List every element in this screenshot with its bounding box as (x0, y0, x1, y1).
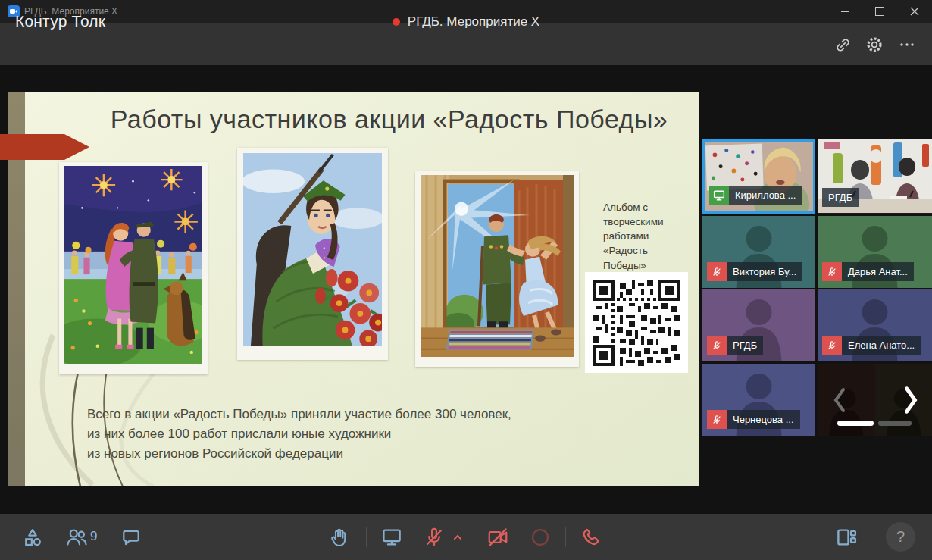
prev-page-button[interactable] (828, 383, 851, 417)
mic-muted-icon (707, 336, 727, 355)
layout-button[interactable] (833, 524, 859, 550)
participant-tile-rgdb-avatar[interactable]: РГДБ (702, 289, 815, 361)
toolbar-separator (565, 527, 566, 547)
mic-off-icon (423, 526, 446, 549)
gear-icon (865, 36, 884, 54)
shapes-icon (22, 527, 43, 548)
ellipsis-icon (898, 36, 916, 54)
chevron-up-icon (452, 532, 463, 543)
meeting-title: РГДБ. Мероприятие X (408, 14, 539, 30)
copy-link-button[interactable] (832, 34, 853, 55)
participant-tile-kirillova[interactable]: Кириллова ... (702, 139, 815, 214)
chat-icon (120, 527, 142, 548)
help-label: ? (896, 528, 905, 546)
shared-screen-slide: Работы участников акции «Радость Победы» (8, 92, 699, 486)
camera-off-icon (486, 526, 509, 549)
slide-title: Работы участников акции «Радость Победы» (83, 105, 695, 134)
participant-tile-elena[interactable]: Елена Анато... (818, 289, 932, 361)
participant-name: Дарья Анат... (842, 262, 914, 281)
screen-share-badge-icon (709, 186, 729, 205)
participant-name: РГДБ (727, 336, 763, 355)
participant-tile-rgdb-video[interactable]: РГДБ (818, 139, 932, 214)
settings-button[interactable] (864, 34, 885, 55)
raise-hand-button[interactable] (327, 524, 352, 550)
participant-tile-chernetsova[interactable]: Чернецова ... (702, 364, 815, 436)
participant-name: Виктория Бу... (727, 262, 802, 281)
page-indicator-current (837, 421, 874, 426)
phone-hangup-icon (580, 526, 603, 549)
chevron-right-icon (902, 385, 920, 415)
raise-hand-icon (328, 526, 351, 549)
participant-tile-viktoria[interactable]: Виктория Бу... (702, 216, 815, 288)
participant-name: Кириллова ... (729, 186, 802, 205)
qr-code (585, 272, 688, 373)
participant-name: Елена Анато... (842, 336, 921, 355)
page-indicator-next (878, 421, 912, 426)
screen-share-icon (380, 526, 403, 549)
footer-line-1: Всего в акции «Радость Победы» приняли у… (87, 405, 511, 424)
painting-couple-dancing (59, 162, 208, 374)
camera-off-button[interactable] (485, 524, 511, 550)
mic-muted-icon (822, 336, 842, 355)
footer-line-2: из них более 100 работ прислали юные худ… (87, 424, 511, 444)
recording-dot-icon (393, 18, 400, 26)
minimize-icon (841, 11, 849, 12)
next-page-button[interactable] (899, 383, 922, 417)
mic-muted-icon (707, 410, 727, 429)
people-icon (65, 526, 88, 549)
help-button[interactable]: ? (886, 522, 915, 552)
slide-footer-text: Всего в акции «Радость Победы» приняли у… (87, 405, 511, 463)
microphone-muted-button[interactable] (421, 524, 447, 550)
participant-name: Чернецова ... (727, 410, 800, 429)
screen-share-button[interactable] (379, 524, 405, 550)
mic-muted-icon (707, 262, 727, 281)
mic-options-button[interactable] (449, 524, 467, 550)
painting-woman-with-flowers (237, 148, 388, 360)
painting-homecoming (415, 171, 579, 367)
link-icon (834, 36, 852, 54)
layout-icon (835, 526, 858, 549)
participant-tile-darya[interactable]: Дарья Анат... (818, 216, 932, 288)
qr-caption: Альбом с творческими работами «Радость П… (603, 200, 688, 273)
participant-count: 9 (90, 529, 97, 544)
toolbar-separator (366, 527, 367, 547)
record-button[interactable] (527, 524, 553, 550)
participants-button[interactable] (64, 524, 89, 550)
chevron-left-icon (831, 386, 848, 414)
more-options-button[interactable] (896, 34, 918, 55)
meeting-title-bar: РГДБ. Мероприятие X (0, 14, 932, 30)
record-icon (530, 527, 551, 548)
apps-button[interactable] (20, 524, 45, 550)
participant-name: РГДБ (822, 188, 859, 207)
chat-button[interactable] (118, 524, 144, 550)
footer-line-3: из новых регионов Российской федерации (87, 444, 511, 464)
leave-call-button[interactable] (579, 524, 605, 550)
tile-pagination-area (818, 364, 932, 436)
qr-code-image (593, 280, 680, 366)
mic-muted-icon (822, 262, 842, 281)
